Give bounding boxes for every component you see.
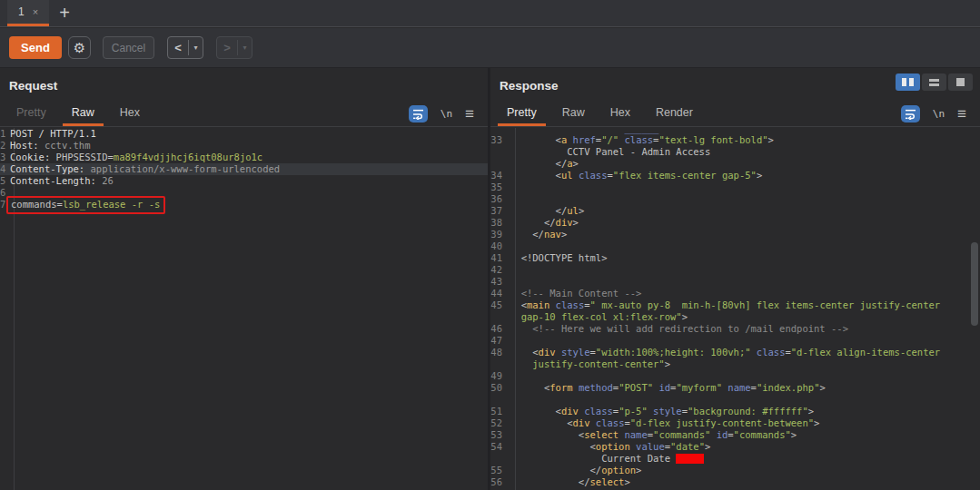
hamburger-menu-icon[interactable]: ≡ [465,106,474,122]
line-number: 56 [490,476,510,488]
code-line: 38 </div> [490,217,980,229]
send-button[interactable]: Send [9,36,62,59]
code-line: 53 <select name="commands" id="commands"… [490,429,980,441]
code-text: Current Date [510,453,704,465]
code-line: ______ [490,128,980,134]
line-number: 51 [490,406,510,417]
code-line: Current Date [490,453,980,465]
request-panel: Request PrettyRawHex \n ≡ 1POST / HTTP/1… [0,68,488,490]
code-line: 54 <option value="date"> [490,441,980,453]
code-line: 4Content-Type: application/x-www-form-ur… [0,163,488,175]
tab-title: 1 [18,5,25,18]
tab-hex[interactable]: Hex [601,101,639,126]
code-text: <!-- Main Content --> [510,288,641,299]
code-line: 34 <ul class="flex items-center gap-5"> [490,170,980,181]
back-button[interactable]: < ▾ [167,36,203,59]
request-editor[interactable]: 1POST / HTTP/1.12Host: cctv.thm3Cookie: … [0,128,488,490]
code-line: </a> [490,158,980,170]
document-tab-strip: 1 × + [0,0,980,27]
code-text: <option value="date"> [510,441,710,453]
layout-toggle-group [896,74,973,91]
code-line: 3Cookie: PHPSESSID=ma89f4vdjjhcj6iqt08ur… [0,152,488,163]
code-text: commands=lsb_release -r -s [10,199,165,211]
line-number [490,394,510,406]
request-editor-tools: \n ≡ [409,101,488,126]
code-line: 39 </nav> [490,229,980,240]
rows-layout-icon[interactable] [922,74,946,91]
line-number: 37 [490,205,510,217]
line-number: 46 [490,323,510,335]
line-number: 38 [490,217,510,229]
request-panel-title: Request [9,79,57,93]
tab-render[interactable]: Render [647,101,702,126]
line-number: 3 [0,152,10,163]
annotation-highlight-box: commands=lsb_release -r -s [6,196,165,214]
code-line: 46 <!-- Here we will add redirection to … [490,323,980,335]
code-line: 51 <div class="p-5" style="background: #… [490,406,980,417]
tab-pretty[interactable]: Pretty [498,101,546,126]
code-text: </ul> [510,205,584,217]
line-number: 40 [490,240,510,252]
code-text: <select name="commands" id="commands"> [510,429,797,441]
tab-raw[interactable]: Raw [63,101,104,126]
code-text: </a> [510,158,579,170]
code-line: 49 [490,370,980,382]
code-text: Content-Type: application/x-www-form-url… [10,163,280,175]
code-text: Content-Length: 26 [10,175,114,187]
code-line: gap-10 flex-col xl:flex-row"> [490,311,980,323]
response-editor[interactable]: ______33 <a href="/" class="text-lg font… [490,128,980,490]
redaction-box [676,454,704,464]
code-line: 35 [490,181,980,193]
line-number: 2 [0,140,10,152]
word-wrap-toggle-icon[interactable] [901,105,920,122]
code-line [490,394,980,406]
code-text: <div class="d-flex justify-content-betwe… [510,417,819,429]
line-number: 43 [490,276,510,288]
cancel-button: Cancel [103,36,154,59]
forward-icon: > [217,41,237,54]
repeater-tab-1[interactable]: 1 × [7,0,49,26]
gear-icon[interactable]: ⚙ [68,36,91,59]
code-line: 2Host: cctv.thm [0,140,488,152]
code-line: 44 <!-- Main Content --> [490,288,980,299]
chevron-down-icon: ▾ [238,44,252,52]
back-icon[interactable]: < [168,41,188,54]
code-text: <ul class="flex items-center gap-5"> [510,170,762,181]
code-line: 41 <!DOCTYPE html> [490,252,980,264]
code-line: 43 [490,276,980,288]
line-number: 55 [490,465,510,476]
code-text: justify-content-center"> [510,358,670,370]
tab-hex[interactable]: Hex [111,101,149,126]
code-line: 40 [490,240,980,252]
tab-raw[interactable]: Raw [553,101,594,126]
single-layout-icon[interactable] [948,74,973,91]
code-line: 55 </option> [490,465,980,476]
code-text: </option> [510,465,641,476]
code-line: 7commands=lsb_release -r -s [0,199,488,211]
code-text: <main class=" mx-auto py-8 min-h-[80vh] … [510,299,940,311]
line-number: 5 [0,175,10,187]
tab-pretty[interactable]: Pretty [7,101,55,126]
code-text: CCTV Panel - Admin Access [510,146,710,158]
code-line: 42 [490,264,980,276]
code-line: 37 </ul> [490,205,980,217]
line-number: 1 [0,128,10,140]
hamburger-menu-icon[interactable]: ≡ [957,106,966,122]
line-number: 42 [490,264,510,276]
code-line: 48 <div style="width:100%;height: 100vh;… [490,347,980,358]
newline-toggle-icon[interactable]: \n [441,108,452,120]
code-text: <!DOCTYPE html> [510,252,607,264]
newline-toggle-icon[interactable]: \n [933,108,945,120]
close-icon[interactable]: × [33,6,38,17]
code-text: </div> [510,217,579,229]
line-number: 34 [490,170,510,181]
line-number: 53 [490,429,510,441]
code-line: 36 [490,193,980,205]
line-number: 44 [490,288,510,299]
new-tab-button[interactable]: + [49,0,80,26]
columns-layout-icon[interactable] [896,74,920,91]
line-number: 4 [0,163,10,175]
chevron-down-icon[interactable]: ▾ [189,44,203,52]
word-wrap-toggle-icon[interactable] [409,105,428,122]
code-text: <a href="/" class="text-lg font-bold"> [510,134,774,146]
